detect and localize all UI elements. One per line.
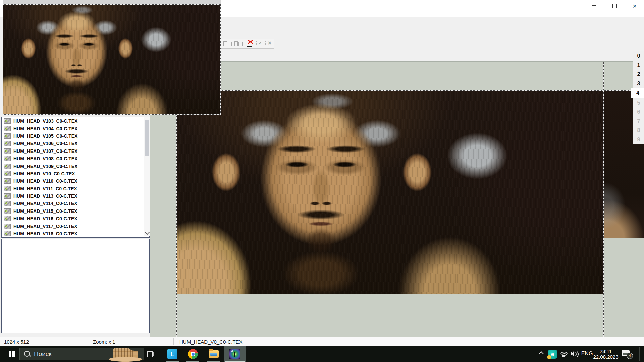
apply-check-button[interactable]: ✓ xyxy=(255,40,264,47)
texture-thumbnail-icon xyxy=(4,156,11,161)
mip-level-button[interactable]: 0 xyxy=(633,51,644,61)
file-list-item[interactable]: HUM_HEAD_V108_C0-C.TEX xyxy=(2,155,149,162)
mip-level-button[interactable]: 8 xyxy=(633,126,644,135)
file-list-item[interactable]: HUM_HEAD_V111_C0-C.TEX xyxy=(2,185,149,192)
texture-thumbnail-icon xyxy=(4,118,11,124)
antivirus-tray-icon[interactable]: e xyxy=(548,350,557,359)
texture-image[interactable] xyxy=(177,91,603,294)
export-cancel-flag-button[interactable] xyxy=(246,40,255,47)
wifi-icon[interactable] xyxy=(559,350,569,357)
mip-level-button[interactable]: 5 xyxy=(633,98,644,108)
l-app-button[interactable]: L xyxy=(165,346,180,362)
chrome-button[interactable] xyxy=(185,346,200,362)
cancel-icon: ✕ xyxy=(268,40,272,46)
minimize-button[interactable] xyxy=(586,0,603,11)
file-name: HUM_HEAD_V106_C0-C.TEX xyxy=(13,141,77,146)
file-list-item[interactable]: HUM_HEAD_V104_C0-C.TEX xyxy=(2,125,149,132)
mip-level-button[interactable]: 2 xyxy=(633,70,644,79)
mip-level-button[interactable]: 7 xyxy=(633,117,644,126)
status-separator xyxy=(84,338,84,345)
file-list-item[interactable]: HUM_HEAD_V118_C0-C.TEX xyxy=(2,230,149,237)
texture-thumbnail-icon xyxy=(4,141,11,146)
texture-file-list[interactable]: HUM_HEAD_V103_C0-C.TEX HUM_HEAD_V104_C0-… xyxy=(1,117,150,238)
file-name: HUM_HEAD_V103_C0-C.TEX xyxy=(13,118,77,124)
volume-icon[interactable] xyxy=(570,350,580,357)
texture-thumbnail-icon xyxy=(4,148,11,154)
mip-level-button[interactable]: 6 xyxy=(633,107,644,117)
status-zoom: Zoom: x 1 xyxy=(93,339,115,345)
file-list-item[interactable]: HUM_HEAD_V10_C0-C.TEX xyxy=(2,170,149,177)
taskbar: Поиск L xyxy=(0,346,644,362)
file-list-item[interactable]: HUM_HEAD_V110_C0-C.TEX xyxy=(2,177,149,185)
mip-level-button[interactable]: 9 xyxy=(633,135,644,144)
file-list-item[interactable]: HUM_HEAD_V107_C0-C.TEX xyxy=(2,147,149,155)
texture-preview-window[interactable] xyxy=(3,0,221,115)
preview-border-left xyxy=(3,4,3,115)
file-name: HUM_HEAD_V104_C0-C.TEX xyxy=(13,126,77,131)
file-list-item[interactable]: HUM_HEAD_V113_C0-C.TEX xyxy=(2,192,149,200)
maximize-icon xyxy=(612,4,617,8)
file-name: HUM_HEAD_V118_C0-C.TEX xyxy=(13,231,77,236)
texture-thumbnail-icon xyxy=(4,208,11,214)
file-list-item[interactable]: HUM_HEAD_V116_C0-C.TEX xyxy=(2,215,149,222)
preview-image-area xyxy=(3,4,221,115)
status-bar: 1024 x 512 Zoom: x 1 HUM_HEAD_V0_C0-C.TE… xyxy=(0,337,644,346)
status-filename: HUM_HEAD_V0_C0-C.TEX xyxy=(179,339,243,345)
show-desktop-button[interactable] xyxy=(640,346,644,362)
selection-guide-right xyxy=(603,62,604,337)
chrome-icon xyxy=(188,349,198,359)
task-view-button[interactable] xyxy=(143,346,158,362)
file-name: HUM_HEAD_V111_C0-C.TEX xyxy=(13,186,77,191)
taskbar-clock[interactable]: 23:11 22.08.2023 xyxy=(592,348,619,360)
file-list-item[interactable]: HUM_HEAD_V109_C0-C.TEX xyxy=(2,162,149,170)
file-name: HUM_HEAD_V115_C0-C.TEX xyxy=(13,208,77,214)
file-name: HUM_HEAD_V113_C0-C.TEX xyxy=(13,193,77,199)
screen: × ✓ ✕ 0 1 2 3 4 5 6 xyxy=(0,0,644,362)
texture-thumbnail-icon xyxy=(4,133,11,139)
texture-thumbnail-icon xyxy=(4,164,11,169)
preview-texture-image xyxy=(3,5,220,114)
folder-icon xyxy=(209,350,219,358)
eye-app-icon xyxy=(229,349,240,359)
windows-logo-icon xyxy=(9,351,15,357)
mip-level-button[interactable]: 4 xyxy=(631,88,644,98)
file-list-item[interactable]: HUM_HEAD_V115_C0-C.TEX xyxy=(2,207,149,215)
file-list-item[interactable]: HUM_HEAD_V117_C0-C.TEX xyxy=(2,222,149,230)
status-separator xyxy=(173,338,174,345)
minimize-icon xyxy=(592,5,596,6)
file-list-item[interactable]: HUM_HEAD_V105_C0-C.TEX xyxy=(2,132,149,140)
mip-level-button[interactable]: 1 xyxy=(633,61,644,70)
close-button[interactable]: × xyxy=(626,0,643,11)
file-list-item[interactable]: HUM_HEAD_V114_C0-C.TEX xyxy=(2,200,149,207)
maximize-button[interactable] xyxy=(606,0,623,11)
notification-lines-icon xyxy=(623,352,628,352)
pages-compare-alt-button[interactable] xyxy=(234,40,243,47)
texture-thumbnail-icon xyxy=(4,126,11,131)
file-name: HUM_HEAD_V10_C0-C.TEX xyxy=(13,171,75,176)
texture-thumbnail-icon xyxy=(4,231,11,236)
status-dimensions: 1024 x 512 xyxy=(4,339,29,345)
scrollbar-thumb[interactable] xyxy=(145,120,149,156)
texture-thumbnail-icon xyxy=(4,186,11,191)
l-app-icon: L xyxy=(167,349,177,359)
texture-thumbnail-icon xyxy=(4,224,11,229)
texture-viewer-button[interactable] xyxy=(224,346,246,362)
file-name: HUM_HEAD_V110_C0-C.TEX xyxy=(13,178,77,184)
check-icon: ✓ xyxy=(258,40,262,46)
file-explorer-button[interactable] xyxy=(206,346,221,362)
clock-time: 23:11 xyxy=(592,348,619,354)
language-indicator[interactable]: ENG xyxy=(580,351,594,357)
start-button[interactable] xyxy=(4,346,19,362)
texture-thumbnail-icon xyxy=(4,193,11,199)
scroll-down-icon[interactable] xyxy=(145,230,150,235)
mip-level-button[interactable]: 3 xyxy=(633,79,644,88)
pages-compare-button[interactable] xyxy=(223,40,232,47)
notification-center-button[interactable]: 4 xyxy=(621,350,631,358)
file-name: HUM_HEAD_V105_C0-C.TEX xyxy=(13,133,77,139)
file-list-scrollbar[interactable] xyxy=(144,117,150,236)
file-list-item[interactable]: HUM_HEAD_V103_C0-C.TEX xyxy=(2,117,149,125)
selection-guide-bottom xyxy=(150,294,644,294)
apply-cancel-button[interactable]: ✕ xyxy=(265,40,273,47)
colosseum-app-button[interactable] xyxy=(108,346,143,362)
file-list-item[interactable]: HUM_HEAD_V106_C0-C.TEX xyxy=(2,140,149,147)
